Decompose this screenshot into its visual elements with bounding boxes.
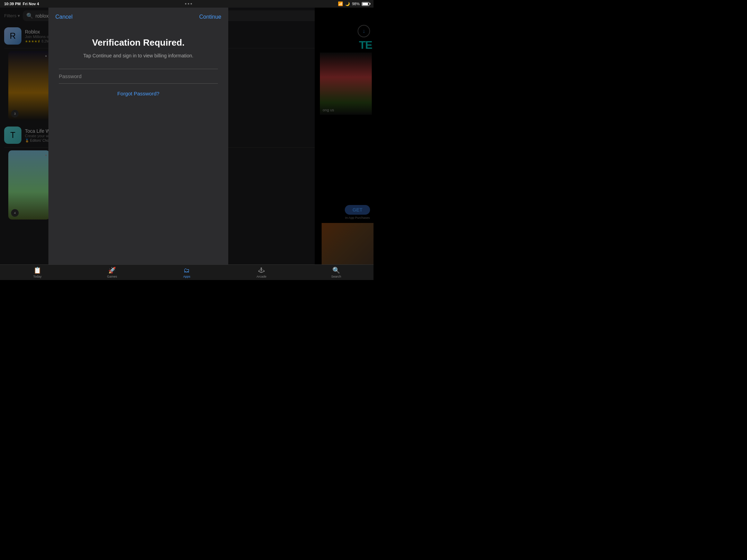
status-bar: 10:39 PM Fri Nov 4 📶 🌙 98% xyxy=(0,0,374,8)
status-dot-1 xyxy=(185,3,186,4)
tab-today[interactable]: 📋 Today xyxy=(0,267,75,278)
games-icon: 🚀 xyxy=(108,267,116,274)
apps-icon: 🗂 xyxy=(184,267,190,274)
wifi-icon: 📶 xyxy=(338,1,343,6)
moon-icon: 🌙 xyxy=(345,2,350,6)
today-icon: 📋 xyxy=(34,267,41,274)
tab-games-label: Games xyxy=(107,275,117,278)
arcade-icon: 🕹 xyxy=(258,267,265,274)
password-field[interactable]: Password xyxy=(59,69,218,84)
forgot-password-link[interactable]: Forgot Password? xyxy=(117,91,159,96)
search-tab-icon: 🔍 xyxy=(332,267,340,274)
verification-modal: Cancel Continue Verification Required. T… xyxy=(48,8,228,264)
tab-games[interactable]: 🚀 Games xyxy=(75,267,149,278)
modal-cancel-button[interactable]: Cancel xyxy=(55,14,73,20)
tab-arcade[interactable]: 🕹 Arcade xyxy=(224,267,299,278)
status-dot-2 xyxy=(188,3,189,4)
modal-body: Verification Required. Tap Continue and … xyxy=(48,24,228,264)
tab-search-label: Search xyxy=(331,275,341,278)
tab-apps-label: Apps xyxy=(183,275,191,278)
battery-icon xyxy=(362,2,369,6)
tab-arcade-label: Arcade xyxy=(257,275,267,278)
tab-apps[interactable]: 🗂 Apps xyxy=(149,267,224,278)
tab-bar: 📋 Today 🚀 Games 🗂 Apps 🕹 Arcade 🔍 Search xyxy=(0,264,374,280)
modal-continue-button[interactable]: Continue xyxy=(199,14,221,20)
status-time-date: 10:39 PM Fri Nov 4 xyxy=(4,2,39,6)
tab-search[interactable]: 🔍 Search xyxy=(299,267,374,278)
modal-title: Verification Required. xyxy=(92,37,184,48)
tab-today-label: Today xyxy=(33,275,42,278)
modal-subtitle: Tap Continue and sign in to view billing… xyxy=(83,53,193,58)
battery-percent: 98% xyxy=(352,2,360,6)
modal-nav: Cancel Continue xyxy=(48,8,228,24)
status-dot-3 xyxy=(191,3,192,4)
status-right: 📶 🌙 98% xyxy=(338,1,369,6)
status-center-dots xyxy=(185,3,192,4)
